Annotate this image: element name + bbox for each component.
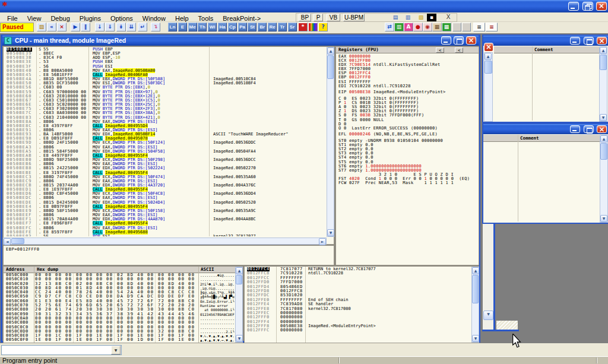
register-line[interactable]: O 0 LastErr ERROR_SUCCESS (00000000) [338,126,478,131]
console-icon[interactable]: ▪ [427,14,436,21]
disasm-row[interactable]: 0050BE3B.83C4 F0ADD ESP,-10 [4,56,326,60]
register-line[interactable]: EIP 0050BE38 ImageRed.<ModuleEntryPoint> [338,90,478,94]
toolbar-sr-button[interactable]: Sr [288,23,297,31]
rw1-minimize-button[interactable] [570,37,580,45]
toolbar-th-button[interactable]: Th [198,23,207,31]
stack-row[interactable]: 0012FFC47C817077RETURN to kernel32.7C817… [245,267,471,271]
stack-row[interactable]: 0012FFE0FFFFFFFFEnd of SEH chain [245,298,471,302]
restart-icon[interactable]: « [47,23,56,31]
plugin-button-vb[interactable]: VB [327,14,340,21]
rw2-maximize-button[interactable] [584,125,594,133]
stack-row[interactable]: 0012FFF000000000 [245,315,471,319]
cpu-minimize-button[interactable] [441,36,451,45]
toolbar-ha-button[interactable]: Ha [218,23,227,31]
registers-collapse-button[interactable]: < [455,48,463,53]
disassembly-vscrollbar[interactable]: ▲ ▼ [327,47,334,237]
go-to-icon[interactable]: ↴ [151,23,160,31]
toolbar-blank-button[interactable] [462,23,471,31]
toolbar-e-button[interactable]: E [178,23,187,31]
execute-till-return-icon[interactable]: ↵ [138,23,147,31]
breakpoint-list-icon[interactable]: ≡ [486,23,498,31]
rw2-column-header[interactable] [483,135,518,142]
disasm-row[interactable]: 0050BF03.5EPOP ESIkernel32.7C817077 [4,235,326,236]
hidden-window-scroll-down-button[interactable]: ▼ [483,311,493,320]
stack-row[interactable]: 0012FFD07FFD7000 [245,280,471,284]
open-file-icon[interactable]: ▨ [37,23,46,31]
register-line[interactable]: FCW 027F Prec NEAR,53 Mask 1 1 1 1 1 1 [338,181,478,185]
hex-dump-pane[interactable]: Address Hex dump ASCII 0050C00000 00 00 … [3,266,243,343]
register-line[interactable]: EFL 00000246 (NO,NB,E,BE,NS,PE,GE,LE) [338,132,478,137]
close-program-icon[interactable]: × [57,23,66,31]
dump-vscrollbar[interactable]: ▲ ▼ [235,267,243,343]
stack-vscrollbar[interactable]: ▲ ▼ [471,267,479,343]
step-into-icon[interactable]: ↓ [95,23,104,31]
stack-row[interactable]: 0012FFE87C817080kernel32.7C817080 [245,307,471,311]
menu-tools[interactable]: Tools [194,14,218,23]
disassembly-hscrollbar[interactable]: ◄ ► [3,238,327,245]
combobox-dropdown-button[interactable]: ▼ [111,346,121,354]
toolbar-cp-button[interactable]: Cp [228,23,237,31]
register-line[interactable]: T 0 GS 0000 NULL [338,118,478,122]
restore-button[interactable] [582,2,593,11]
record-icon[interactable]: ● [413,23,423,31]
plugin-button-bp[interactable]: BP [299,14,311,21]
rw2-comment-header[interactable]: Comment [518,135,600,142]
stack-row[interactable]: 0012FFF80050BE38ImageRed.<ModuleEntryPoi… [245,324,471,328]
close-button[interactable] [596,2,607,11]
cpu-maximize-button[interactable] [454,36,464,45]
command-combobox[interactable] [1,345,122,355]
hidden-window-close-button[interactable] [484,43,493,52]
step-over-icon[interactable]: ⇓ [105,23,115,31]
rw2-vscrollbar[interactable]: ▲ ▼ [600,135,608,223]
minimize-button[interactable] [568,2,579,11]
stack-pane[interactable]: 0012FFC47C817077RETURN to kernel32.7C817… [244,266,479,343]
stack-row[interactable]: 0012FFCCFFFFFFFF [245,276,471,280]
rw2-close-button[interactable] [597,125,607,133]
rw1-maximize-button[interactable] [584,37,594,45]
menu-breakpoint[interactable]: BreakPoint-> [218,14,265,23]
hidden-window-resize-grip[interactable] [496,321,518,330]
menu-plugins[interactable]: Plugins [75,14,106,23]
menu-options[interactable]: Options [106,14,138,23]
rw1-close-button[interactable] [597,37,607,45]
menu-window[interactable]: Window [138,14,170,23]
help-icon[interactable]: ? [318,23,328,31]
plugin-close-button[interactable]: X [444,14,453,21]
copy-icon[interactable]: ▤ [391,14,400,21]
menu-file[interactable]: File [2,14,23,23]
registers-collapse-button[interactable]: < [436,48,444,53]
stack-row[interactable]: 0012FFDC853D1020 [245,293,471,297]
hidden-window-vscrollbar[interactable]: ▲ [484,52,493,122]
right-window-1-titlebar[interactable] [483,36,608,46]
register-line[interactable]: EDI 7C910228 ntdll.7C910228 [338,84,478,88]
patch-icon[interactable]: ▦ [432,23,442,31]
log-list-icon[interactable]: ≡ [473,23,485,31]
stack-row[interactable]: 0012FFFC00000000 [245,328,471,333]
run-icon[interactable]: ▶ [71,23,80,31]
cpu-close-button[interactable] [466,36,476,45]
rw1-vscrollbar[interactable]: ▲ ▼ [599,46,607,122]
rw1-comment-header[interactable]: Comment [532,46,599,53]
toolbar-me-button[interactable]: Me [188,23,197,31]
right-window-2-titlebar[interactable] [483,124,608,134]
stack-row[interactable]: 0012FFD48054B6ED [245,285,471,289]
log-icon[interactable]: ▥ [394,23,404,31]
registers-pane[interactable]: Registers (FPU) < < EAX 00000000ECX 0012… [335,46,479,265]
toolbar-re-button[interactable]: Re [268,23,277,31]
stack-row[interactable]: 0012FFEC00000000 [245,311,471,315]
stack-row[interactable]: 0012FFD80012FFC8 [245,289,471,293]
menu-help[interactable]: Help [170,14,194,23]
toolbar-tr-button[interactable]: Tr [278,23,287,31]
stack-row[interactable]: 0012FFC87C910228ntdll.7C910228 [245,271,471,276]
folder-icon[interactable]: ▨ [416,14,426,21]
swap-icon[interactable]: ⇄ [385,23,394,31]
appearance-icon[interactable]: * [298,23,308,31]
cpu-window-titlebar[interactable]: C CPU - main thread, module ImageRed [2,36,479,46]
animate-into-icon[interactable]: ↡ [116,23,126,31]
rw1-column-header[interactable] [494,46,532,53]
stack-row[interactable]: 0012FFE47C839AD8SE handler [245,302,471,306]
plugin-button-p[interactable]: P [314,14,323,21]
disassembly-pane[interactable]: 0050BE38$55PUSH EBP0050BE39.8BECMOV EBP,… [3,46,334,245]
toolbar-pa-button[interactable]: Pa [238,23,247,31]
toolbar-br-button[interactable]: Br [258,23,267,31]
